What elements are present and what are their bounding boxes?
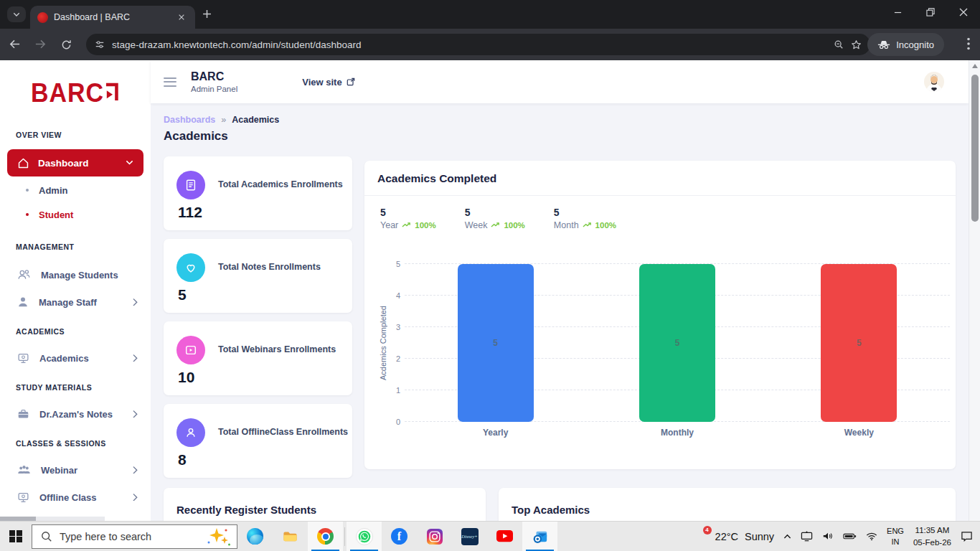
recently-register-students-card: Recently Register Students	[164, 488, 486, 521]
breadcrumb-current: Academics	[232, 115, 279, 125]
clock[interactable]: 11:35 AM 05-Feb-26	[913, 524, 951, 547]
sidebar-item-dashboard[interactable]: Dashboard	[7, 149, 143, 176]
browser-tab[interactable]: Dashboard | BARC	[30, 6, 195, 29]
zoom-icon[interactable]	[834, 39, 844, 50]
trend-up-icon	[402, 222, 411, 228]
bar-weekly: 5	[821, 264, 897, 422]
y-axis-ticks: 5 4 3 2 1 0	[389, 264, 400, 422]
y-tick: 2	[396, 354, 400, 363]
display-cast-icon[interactable]	[801, 531, 813, 541]
bookmark-star-icon[interactable]	[851, 39, 862, 50]
vertical-scrollbar[interactable]	[969, 60, 980, 521]
summary-value: 5	[554, 207, 616, 218]
speaker-icon[interactable]	[822, 532, 834, 540]
tab-close-icon[interactable]	[175, 11, 188, 24]
sidebar-heading-overview: OVER VIEW	[16, 131, 151, 139]
scrollbar-thumb[interactable]	[971, 75, 979, 222]
browser-menu-icon[interactable]	[967, 37, 970, 53]
chevron-right-icon	[133, 408, 138, 420]
sidebar-item-label: Manage Staff	[39, 297, 123, 308]
stat-card-offlineclass-enrollments: Total OfflineClass Enrollments 8	[164, 404, 352, 478]
tab-search-button[interactable]	[7, 6, 26, 22]
summary-value: 5	[465, 207, 525, 218]
whatsapp-icon	[356, 528, 373, 545]
taskbar-app-disney-plus[interactable]: Disney+	[452, 522, 487, 551]
reload-button[interactable]	[55, 33, 77, 56]
back-button[interactable]	[3, 33, 26, 56]
brand-subtitle: Admin Panel	[191, 85, 237, 93]
taskbar-app-chrome[interactable]	[308, 522, 343, 551]
scroll-up-icon[interactable]	[972, 64, 978, 68]
sidebar-item-label: Manage Students	[41, 270, 138, 281]
sidebar-item-manage-staff[interactable]: Manage Staff	[0, 291, 151, 313]
heart-icon	[176, 253, 205, 282]
group-icon	[17, 465, 31, 475]
action-center-icon[interactable]	[961, 531, 973, 542]
sidebar-item-offline-class[interactable]: Offline Class	[0, 486, 151, 508]
hidden-icons-chevron[interactable]	[783, 534, 791, 539]
view-site-link[interactable]: View site	[302, 77, 354, 88]
summary-change: 100%	[504, 221, 524, 230]
disney-plus-text: Disney+	[461, 534, 477, 539]
taskbar-app-file-explorer[interactable]	[273, 522, 308, 551]
barc-logo[interactable]: BARC	[0, 76, 151, 109]
weather-widget[interactable]: 4 22°C Sunny	[693, 529, 775, 545]
taskbar-app-outlook[interactable]	[522, 522, 557, 551]
sidebar-item-academics[interactable]: Academics	[0, 347, 151, 369]
y-tick: 0	[396, 418, 400, 426]
user-avatar[interactable]	[924, 72, 944, 92]
taskbar-app-whatsapp[interactable]	[347, 522, 382, 551]
monitor-icon	[17, 491, 29, 504]
bullet-icon	[26, 189, 29, 192]
y-tick: 1	[396, 386, 400, 395]
menu-toggle-icon[interactable]	[164, 77, 176, 87]
sidebar-item-admin[interactable]: Admin	[0, 181, 151, 199]
forward-button[interactable]	[29, 33, 52, 56]
site-settings-icon[interactable]	[95, 39, 105, 50]
restore-button[interactable]	[914, 0, 947, 24]
system-tray: 4 22°C Sunny ENG IN 11:35 AM 05-Feb-26	[693, 522, 980, 551]
trend-up-icon	[491, 222, 500, 228]
y-tick: 5	[396, 260, 400, 268]
stat-value: 112	[178, 204, 202, 221]
wifi-icon[interactable]	[866, 532, 877, 541]
weather-temperature: 22°C	[715, 531, 738, 542]
summary-value: 5	[380, 207, 436, 218]
battery-icon[interactable]	[843, 533, 857, 540]
taskbar-app-instagram[interactable]	[417, 522, 452, 551]
briefcase-icon	[17, 408, 29, 419]
main-area: BARC Admin Panel View site Dashboards » …	[151, 60, 969, 521]
taskbar-app-facebook[interactable]: f	[382, 522, 417, 551]
sidebar-item-dr-azams-notes[interactable]: Dr.Azam's Notes	[0, 403, 151, 425]
minimize-button[interactable]	[881, 0, 914, 24]
language-line2: IN	[892, 537, 900, 546]
staff-icon	[17, 296, 29, 308]
language-indicator[interactable]: ENG IN	[887, 526, 904, 547]
y-tick: 4	[396, 291, 400, 300]
taskbar-search[interactable]	[32, 524, 237, 549]
summary-label: Week	[465, 220, 488, 230]
breadcrumb-parent[interactable]: Dashboards	[164, 115, 215, 125]
search-highlights-icon[interactable]	[207, 527, 231, 546]
taskbar-app-youtube[interactable]	[487, 522, 522, 551]
stat-label: Total Webinars Enrollments	[218, 344, 336, 354]
breadcrumb: Dashboards » Academics	[164, 115, 279, 125]
bar-value-label: 5	[821, 338, 897, 348]
start-button[interactable]	[0, 522, 32, 551]
address-bar[interactable]: stage-drazam.knewtontech.com/admin/stude…	[86, 34, 870, 55]
summary-year: 5 Year 100%	[380, 207, 436, 230]
sidebar-item-label: Offline Class	[39, 492, 123, 503]
new-tab-button[interactable]	[202, 9, 212, 22]
taskbar-app-edge[interactable]	[237, 522, 273, 551]
url-text[interactable]: stage-drazam.knewtontech.com/admin/stude…	[112, 39, 826, 50]
barc-logo-mark-icon	[105, 83, 120, 103]
sidebar-item-student[interactable]: Student	[0, 205, 151, 224]
sidebar-item-webinar[interactable]: Webinar	[0, 459, 151, 481]
sidebar-heading-management: MANAGEMENT	[16, 242, 151, 251]
chevron-right-icon	[133, 296, 138, 309]
divider	[364, 195, 956, 196]
sidebar-item-manage-students[interactable]: Manage Students	[0, 264, 151, 286]
close-button[interactable]	[947, 0, 980, 24]
dashboard-content: Dashboards » Academics Academics Total A…	[151, 103, 969, 521]
taskbar-search-input[interactable]	[60, 531, 199, 542]
